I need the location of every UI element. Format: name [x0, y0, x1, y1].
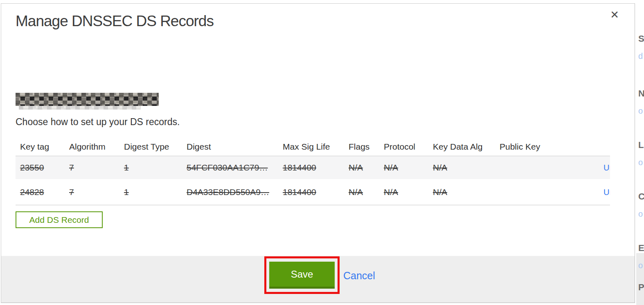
- cell-algorithm: 7: [65, 187, 119, 197]
- cell-digest: D4A33E8DD550A9…: [182, 187, 278, 197]
- cell-protocol: N/A: [379, 163, 428, 173]
- modal-footer: Save Cancel: [1, 256, 635, 303]
- page-behind-fragment: S: [638, 34, 644, 44]
- cell-max-sig-life: 1814400: [278, 163, 344, 173]
- col-header-digest-type: Digest Type: [119, 142, 182, 152]
- col-header-protocol: Protocol: [379, 142, 428, 152]
- save-button[interactable]: Save: [269, 262, 335, 289]
- cell-action: Undo: [599, 187, 610, 197]
- page-behind-fragment: C: [638, 191, 644, 202]
- page-behind-fragment: o: [638, 106, 644, 116]
- cell-key-data-alg: N/A: [428, 163, 495, 173]
- cell-key-data-alg: N/A: [428, 187, 495, 197]
- add-ds-record-button[interactable]: Add DS Record: [16, 211, 103, 228]
- close-icon[interactable]: ✕: [610, 9, 619, 20]
- cell-digest-type: 1: [119, 163, 182, 173]
- col-header-flags: Flags: [344, 142, 379, 152]
- table-body: 23550 7 1 54FCF030AA1C79… 1814400 N/A N/…: [16, 156, 610, 205]
- cancel-link[interactable]: Cancel: [343, 270, 375, 282]
- cell-flags: N/A: [344, 187, 379, 197]
- cell-action: Undo: [599, 163, 610, 173]
- page-behind-fragment: P: [638, 282, 644, 293]
- table-row: 24828 7 1 D4A33E8DD550A9… 1814400 N/A N/…: [16, 179, 610, 205]
- page-title: Manage DNSSEC DS Records: [16, 13, 214, 30]
- page-behind-fragment: o: [638, 158, 644, 167]
- table-header-row: Key tag Algorithm Digest Type Digest Max…: [16, 137, 610, 156]
- cell-digest-type: 1: [119, 187, 182, 197]
- page-behind-edge: SdNoLoCoEoP: [635, 0, 644, 305]
- domain-name-redacted: [16, 93, 159, 106]
- page-behind-fragment: d: [638, 52, 644, 61]
- col-header-public-key: Public Key: [495, 142, 599, 152]
- col-header-digest: Digest: [182, 142, 278, 152]
- instruction-text: Choose how to set up your DS records.: [16, 117, 180, 128]
- col-header-algorithm: Algorithm: [65, 142, 119, 152]
- cell-digest: 54FCF030AA1C79…: [182, 163, 278, 173]
- cell-flags: N/A: [344, 163, 379, 173]
- page-behind-fragment: o: [638, 209, 644, 219]
- col-header-key-data-alg: Key Data Alg: [428, 142, 495, 152]
- ds-records-table: Key tag Algorithm Digest Type Digest Max…: [16, 137, 610, 205]
- cell-key-tag: 23550: [16, 163, 65, 173]
- undo-link[interactable]: Undo: [603, 188, 610, 197]
- col-header-key-tag: Key tag: [16, 142, 65, 152]
- page-behind-fragment: o: [638, 261, 644, 270]
- cell-protocol: N/A: [379, 187, 428, 197]
- undo-link[interactable]: Undo: [603, 163, 610, 172]
- page-behind-fragment: N: [638, 88, 644, 99]
- annotation-highlight-box: Save: [264, 256, 340, 294]
- dnssec-modal: Manage DNSSEC DS Records ✕ Choose how to…: [1, 3, 635, 303]
- col-header-max-sig-life: Max Sig Life: [278, 142, 344, 152]
- cell-max-sig-life: 1814400: [278, 187, 344, 197]
- table-row: 23550 7 1 54FCF030AA1C79… 1814400 N/A N/…: [16, 156, 610, 179]
- cell-key-tag: 24828: [16, 187, 65, 197]
- page-behind-fragment: L: [638, 140, 644, 150]
- page-behind-fragment: E: [638, 243, 644, 253]
- cell-algorithm: 7: [65, 163, 119, 173]
